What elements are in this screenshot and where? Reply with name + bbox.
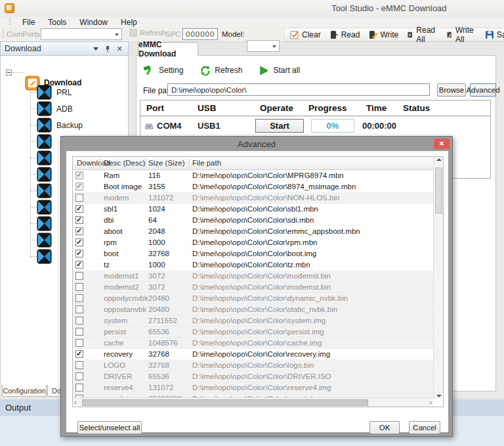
partition-row[interactable]: persist 65536 D:\imei\opo\opo\Color\Colo… xyxy=(73,326,433,338)
partition-row[interactable]: aboot 2048 D:\imei\opo\opo\Color\Color\e… xyxy=(73,226,433,237)
download-checkbox[interactable] xyxy=(75,283,83,291)
partition-row[interactable]: system 2711552 D:\imei\opo\opo\Color\Col… xyxy=(73,315,433,326)
refresh-ports-button[interactable]: Refresh xyxy=(127,28,168,37)
download-checkbox[interactable] xyxy=(75,238,83,246)
scroll-down-icon[interactable] xyxy=(434,395,444,397)
size-cell: 65536 xyxy=(148,328,169,336)
col-file-path[interactable]: File path xyxy=(192,159,221,167)
start-button[interactable]: Start xyxy=(255,119,304,133)
read-button[interactable]: Read xyxy=(327,30,362,40)
partition-row[interactable]: recovery 32768 D:\imei\opo\opo\Color\Col… xyxy=(73,349,433,360)
download-checkbox[interactable] xyxy=(75,317,83,324)
partition-row[interactable]: rpm 1000 D:\imei\opo\opo\Color\Color\rpm… xyxy=(73,237,433,248)
partition-row[interactable]: cache 1048576 D:\imei\opo\opo\Color\Colo… xyxy=(73,338,433,349)
select-unselect-all-button[interactable]: Select/unselect all xyxy=(77,421,142,434)
partition-row[interactable]: dbi 64 D:\imei\opo\opo\Color\Color\sdi.m… xyxy=(73,215,433,226)
spc-input[interactable]: 000000 xyxy=(182,28,218,40)
cancel-button[interactable]: Cancel xyxy=(409,421,440,434)
tree-expander[interactable] xyxy=(6,70,12,76)
partition-row[interactable]: LOGO 32768 D:\imei\opo\opo\Color\Color\l… xyxy=(73,360,433,371)
download-checkbox[interactable] xyxy=(75,384,83,391)
partition-row[interactable]: Boot image 3155 D:\imei\opo\opo\Color\Co… xyxy=(73,181,433,192)
download-checkbox[interactable] xyxy=(75,205,83,213)
horizontal-scroll-thumb[interactable] xyxy=(82,399,368,406)
desc-cell: modemst2 xyxy=(104,283,139,291)
download-checkbox[interactable] xyxy=(75,261,83,269)
scroll-left-icon[interactable]: ‹ xyxy=(74,399,76,406)
sidebar-header: Download ✕ xyxy=(0,41,129,56)
desc-cell: persist xyxy=(104,328,126,336)
partition-row[interactable]: reserve4 131072 D:\imei\opo\opo\Color\Co… xyxy=(73,382,433,393)
file-path-cell: D:\imei\opo\opo\Color\Color\sbl1.mbn xyxy=(192,205,318,213)
refresh-all-button[interactable]: Refresh xyxy=(200,65,242,76)
panel-menu-button[interactable] xyxy=(91,44,100,53)
dialog-title-bar[interactable]: Advanced ✕ xyxy=(61,137,452,151)
download-checkbox[interactable] xyxy=(75,171,83,179)
tree-item[interactable]: PRL xyxy=(1,84,129,100)
tab-emmc-download[interactable]: eMMC Download xyxy=(138,42,198,56)
menu-tools[interactable]: Tools xyxy=(42,17,72,28)
col-progress: Progress xyxy=(308,103,347,113)
file-path-cell: D:\imei\opo\opo\Color\Color\NON-HLOS.bin xyxy=(192,194,339,202)
pin-button[interactable] xyxy=(103,44,112,53)
menu-window[interactable]: Window xyxy=(74,17,114,28)
partition-row[interactable]: Ram 116 D:\imei\opo\opo\Color\Color\MPRG… xyxy=(73,170,433,181)
partition-row[interactable]: tz 1000 D:\imei\opo\opo\Color\Color\tz.m… xyxy=(73,259,433,271)
partition-row[interactable]: modem 131072 D:\imei\opo\opo\Color\Color… xyxy=(73,192,433,204)
browse-button[interactable]: Browse xyxy=(437,83,466,97)
file-path-input[interactable]: D:\imei\opo\opo\Color\ xyxy=(167,83,430,96)
col-operate: Operate xyxy=(260,103,293,113)
tab-configuration[interactable]: Configuration xyxy=(2,385,47,397)
horizontal-scrollbar[interactable]: ‹ › xyxy=(73,397,433,407)
download-checkbox[interactable] xyxy=(75,250,83,257)
panel-close-button[interactable]: ✕ xyxy=(115,44,124,53)
col-desc[interactable]: Desc (Desc) xyxy=(104,159,145,167)
download-checkbox[interactable] xyxy=(75,361,83,369)
comports-select[interactable] xyxy=(41,28,122,40)
port-value: COM4 xyxy=(157,121,182,131)
download-checkbox[interactable] xyxy=(75,294,83,302)
file-path-cell: D:\imei\opo\opo\Color\Color\reserve4.img xyxy=(192,384,331,391)
dialog-close-button[interactable]: ✕ xyxy=(434,139,450,149)
tree-item-label: Backup xyxy=(56,121,83,130)
download-checkbox[interactable] xyxy=(75,372,83,380)
advanced-button[interactable]: Advanced xyxy=(470,83,496,97)
download-checkbox[interactable] xyxy=(75,350,83,358)
partition-row[interactable]: oppodycnvbk 20480 D:\imei\opo\opo\Color\… xyxy=(73,293,433,304)
download-checkbox[interactable] xyxy=(75,183,83,190)
tree-item[interactable]: ADB xyxy=(1,100,129,117)
menu-help[interactable]: Help xyxy=(115,17,143,28)
col-size[interactable]: Size (Size) xyxy=(148,159,185,167)
partition-row[interactable]: boot 32768 D:\imei\opo\opo\Color\Color\b… xyxy=(73,248,433,259)
download-checkbox[interactable] xyxy=(75,305,83,313)
partition-row[interactable]: modemst1 3072 D:\imei\opo\opo\Color\Colo… xyxy=(73,271,433,282)
partition-row[interactable]: DRIVER 65536 D:\imei\opo\opo\Color\Color… xyxy=(73,371,433,382)
download-task-icon xyxy=(37,167,52,182)
vertical-scrollbar[interactable] xyxy=(433,157,443,399)
desc-cell: aboot xyxy=(104,227,123,235)
scroll-right-icon[interactable]: › xyxy=(430,399,432,406)
clear-button[interactable]: Clear xyxy=(288,30,323,40)
scroll-up-icon[interactable] xyxy=(434,158,444,161)
write-button[interactable]: Write xyxy=(366,30,400,40)
download-checkbox[interactable] xyxy=(75,194,83,202)
vertical-scroll-thumb[interactable] xyxy=(435,167,442,213)
download-checkbox[interactable] xyxy=(75,216,83,224)
ok-button[interactable]: OK xyxy=(369,421,400,434)
size-cell: 131072 xyxy=(148,194,173,202)
download-checkbox[interactable] xyxy=(75,339,83,347)
start-all-button[interactable]: Start all xyxy=(259,66,300,76)
partition-row[interactable]: modemst2 3072 D:\imei\opo\opo\Color\Colo… xyxy=(73,282,433,293)
device-row: COM4 USB1 Start 0% 00:00:00 xyxy=(140,117,490,135)
col-usb: USB xyxy=(198,103,217,113)
partition-row[interactable]: oppostanvbk 20480 D:\imei\opo\opo\Color\… xyxy=(73,304,433,315)
partition-row[interactable]: sbl1 1024 D:\imei\opo\opo\Color\Color\sb… xyxy=(73,204,433,215)
setting-button[interactable]: Setting xyxy=(143,65,183,76)
menu-file[interactable]: File xyxy=(16,17,41,28)
download-checkbox[interactable] xyxy=(75,272,83,280)
save-button[interactable]: Save xyxy=(483,30,504,40)
download-checkbox[interactable] xyxy=(75,328,83,336)
download-checkbox[interactable] xyxy=(75,227,83,235)
download-task-icon xyxy=(37,134,52,149)
tree-item[interactable]: Backup xyxy=(1,117,129,133)
